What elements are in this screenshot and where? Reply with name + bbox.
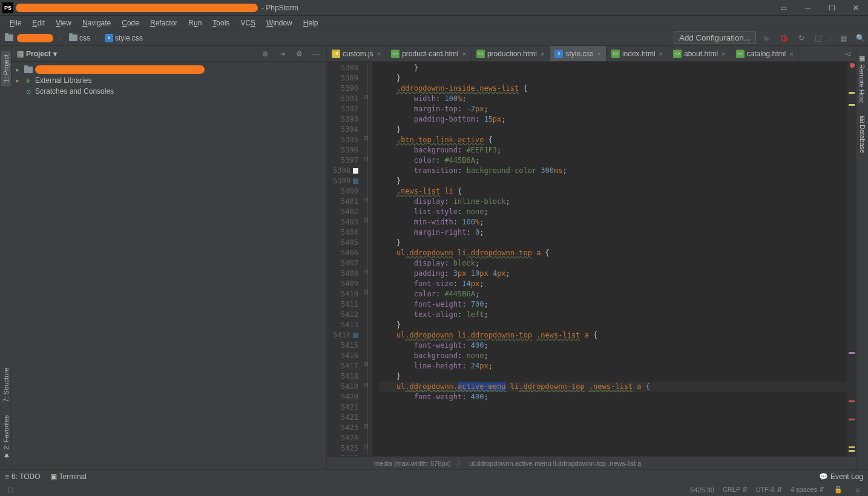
debug-icon[interactable]: 🐞 [779, 33, 790, 44]
indent[interactable]: 4 spaces ⇵ [791, 486, 824, 494]
project-panel-title[interactable]: ▤ Project ▾ [17, 50, 57, 58]
line-gutter[interactable]: 5388538953905391539253935394539553965397… [327, 62, 363, 456]
encoding[interactable]: UTF-8 ⇵ [756, 486, 782, 494]
editor-area: JScustom.js×<>product-card.html×<>produc… [327, 46, 856, 469]
phpstorm-icon: PS [2, 2, 13, 13]
tree-external-libraries[interactable]: ▸⊪ External Libraries [12, 75, 326, 86]
editor-tab-product-card-html[interactable]: <>product-card.html× [386, 46, 472, 61]
close-tab-icon[interactable]: × [722, 50, 725, 57]
hide-icon[interactable]: — [311, 48, 321, 59]
editor-tab-style-css[interactable]: #style.css× [550, 46, 606, 61]
soft-wrap-icon[interactable]: ≡2 [843, 48, 853, 59]
breadcrumb: 〉 css 〉 # style.css [2, 33, 145, 43]
breadcrumb-folder[interactable]: css [67, 33, 93, 43]
code-area[interactable]: } } .ddropdownn-inside.news-list { width… [372, 62, 847, 456]
menu-tools[interactable]: Tools [208, 18, 234, 28]
fold-gutter[interactable]: ⊟⊟⊟⊟⊟⊟⊟⊟⊟⊟⊟ [363, 62, 372, 456]
collapse-icon[interactable]: ⇥ [277, 48, 288, 59]
editor-tab-custom-js[interactable]: JScustom.js× [327, 46, 386, 61]
error-stripe[interactable] [847, 62, 856, 456]
breadcrumb-file[interactable]: # style.css [102, 33, 145, 43]
close-tab-icon[interactable]: × [597, 50, 600, 57]
database-tab[interactable]: 🗄 Database [858, 113, 867, 157]
breadcrumb-root[interactable] [2, 34, 16, 42]
maximize-button[interactable]: ☐ [827, 3, 837, 13]
editor-tab-catalog-html[interactable]: <>catalog.html× [731, 46, 799, 61]
menu-vcs[interactable]: VCS [235, 18, 260, 28]
gear-icon[interactable]: ⚙ [294, 48, 304, 59]
readonly-icon[interactable]: 🔓 [833, 485, 844, 495]
status-bar: ▢ 5425:30 CRLF ⇵ UTF-8 ⇵ 4 spaces ⇵ 🔓 ☺ [0, 483, 868, 496]
favorites-tool-tab[interactable]: ★ 2: Favorites [1, 411, 11, 463]
menubar: File Edit View Navigate Code Refactor Ru… [0, 16, 868, 30]
indexing-icon[interactable]: ▦ [838, 33, 849, 44]
tree-project-root[interactable]: ▸ [12, 64, 326, 75]
terminal-tool-tab[interactable]: ▣ Terminal [50, 472, 87, 481]
left-tool-gutter: 1: Project 7: Structure ★ 2: Favorites [0, 46, 12, 469]
menu-code[interactable]: Code [117, 18, 144, 28]
presentation-icon[interactable]: ▭ [778, 3, 788, 13]
window-title: - PhpStorm [261, 4, 298, 12]
project-tool-tab[interactable]: 1: Project [1, 51, 11, 86]
editor-tab-production-html[interactable]: <>production.html× [472, 46, 550, 61]
todo-tool-tab[interactable]: ≡ 6: TODO [5, 472, 41, 481]
event-log-tab[interactable]: 💬 Event Log [819, 472, 863, 481]
menu-run[interactable]: Run [183, 18, 206, 28]
inspections-icon[interactable]: ☺ [852, 485, 863, 495]
close-tab-icon[interactable]: × [659, 50, 663, 57]
menu-file[interactable]: File [5, 18, 26, 28]
tree-scratches[interactable]: ▸⊙ Scratches and Consoles [12, 86, 326, 97]
analysis-indicator[interactable] [850, 63, 855, 68]
menu-navigate[interactable]: Navigate [77, 18, 116, 28]
navbar: 〉 css 〉 # style.css Add Configuration...… [0, 30, 868, 46]
close-button[interactable]: ✕ [851, 3, 861, 13]
minimize-button[interactable]: ─ [803, 3, 812, 13]
tool-windows-icon[interactable]: ▢ [5, 485, 16, 495]
search-icon[interactable]: 🔍 [855, 33, 866, 44]
redacted-folder [17, 34, 53, 42]
redacted-project-name [35, 65, 205, 74]
redacted-path [16, 4, 258, 12]
project-panel: ▤ Project ▾ ⊕ ⇥ ⚙ — ▸ ▸⊪ External Librar… [12, 46, 327, 469]
code-breadcrumb[interactable]: media (max-width: 576px) 〉 ul.ddropdownn… [327, 456, 856, 469]
editor-tab-index-html[interactable]: <>index.html× [607, 46, 668, 61]
locate-icon[interactable]: ⊕ [260, 48, 271, 59]
menu-edit[interactable]: Edit [27, 18, 50, 28]
bottom-toolbar: ≡ 6: TODO ▣ Terminal 💬 Event Log [0, 469, 868, 483]
stop-icon[interactable]: ⬚ [813, 33, 824, 44]
menu-refactor[interactable]: Refactor [145, 18, 182, 28]
add-configuration-button[interactable]: Add Configuration... [674, 31, 756, 44]
run-icon[interactable]: ▶ [762, 33, 773, 44]
project-tree[interactable]: ▸ ▸⊪ External Libraries ▸⊙ Scratches and… [12, 62, 326, 99]
close-tab-icon[interactable]: × [789, 50, 793, 57]
titlebar: PS - PhpStorm ▭ ─ ☐ ✕ [0, 0, 868, 16]
editor-tabs: JScustom.js×<>product-card.html×<>produc… [327, 46, 856, 62]
menu-view[interactable]: View [51, 18, 76, 28]
remote-host-tab[interactable]: ▦ Remote Host [857, 51, 867, 106]
right-tool-gutter: ▦ Remote Host 🗄 Database [856, 46, 868, 469]
caret-position[interactable]: 5425:30 [690, 486, 714, 494]
coverage-icon[interactable]: ↻ [796, 33, 807, 44]
line-separator[interactable]: CRLF ⇵ [723, 486, 748, 494]
menu-window[interactable]: Window [261, 18, 297, 28]
close-tab-icon[interactable]: × [462, 50, 466, 57]
structure-tool-tab[interactable]: 7: Structure [1, 364, 11, 406]
editor-tab-about-html[interactable]: <>about.html× [668, 46, 731, 61]
menu-help[interactable]: Help [298, 18, 323, 28]
close-tab-icon[interactable]: × [541, 50, 544, 57]
close-tab-icon[interactable]: × [377, 50, 381, 57]
code-editor[interactable]: 5388538953905391539253935394539553965397… [327, 62, 856, 456]
